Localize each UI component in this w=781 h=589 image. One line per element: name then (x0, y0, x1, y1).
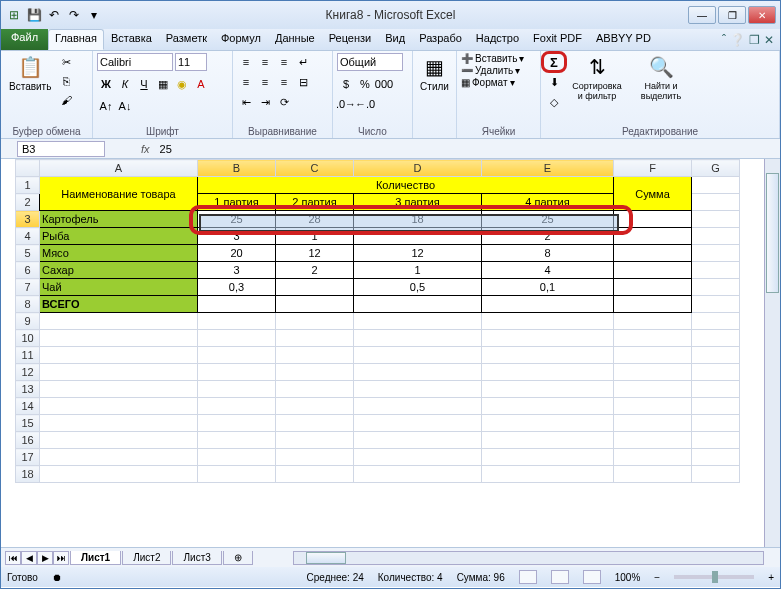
tab-developer[interactable]: Разрабо (412, 29, 469, 50)
fill-button[interactable]: ⬇ (545, 73, 563, 91)
sheet-tab[interactable]: Лист1 (70, 551, 121, 565)
cell[interactable]: 4 партия (482, 194, 614, 211)
close-button[interactable]: ✕ (748, 6, 776, 24)
row-header[interactable]: 12 (16, 364, 40, 381)
cell[interactable] (614, 262, 692, 279)
cell[interactable]: 12 (354, 245, 482, 262)
tab-addins[interactable]: Надстро (469, 29, 526, 50)
cell[interactable] (692, 177, 740, 194)
cell[interactable]: 1 партия (198, 194, 276, 211)
cell[interactable]: 1 (276, 228, 354, 245)
cell[interactable]: 28 (276, 211, 354, 228)
cell[interactable] (198, 296, 276, 313)
cell[interactable] (692, 211, 740, 228)
bold-button[interactable]: Ж (97, 75, 115, 93)
tab-review[interactable]: Рецензи (322, 29, 379, 50)
orientation-icon[interactable]: ⟳ (275, 93, 293, 111)
cell[interactable]: 2 (276, 262, 354, 279)
row-header[interactable]: 16 (16, 432, 40, 449)
col-header-f[interactable]: F (614, 160, 692, 177)
cell[interactable]: 2 (482, 228, 614, 245)
inc-decimal-icon[interactable]: .0→ (337, 95, 355, 113)
currency-icon[interactable]: $ (337, 75, 355, 93)
font-size-combo[interactable]: 11 (175, 53, 207, 71)
col-header-b[interactable]: B (198, 160, 276, 177)
col-header-c[interactable]: C (276, 160, 354, 177)
delete-cells-button[interactable]: ➖Удалить ▾ (461, 65, 536, 76)
minimize-ribbon-icon[interactable]: ˆ (722, 33, 726, 47)
cell[interactable] (276, 296, 354, 313)
cell[interactable] (692, 245, 740, 262)
vertical-scrollbar[interactable] (764, 159, 780, 547)
cell[interactable]: Сахар (40, 262, 198, 279)
view-page-break-button[interactable] (583, 570, 601, 584)
tab-insert[interactable]: Вставка (104, 29, 159, 50)
col-header-e[interactable]: E (482, 160, 614, 177)
qat-more-icon[interactable]: ▾ (85, 6, 103, 24)
row-header[interactable]: 3 (16, 211, 40, 228)
tab-view[interactable]: Вид (378, 29, 412, 50)
cell[interactable] (276, 279, 354, 296)
format-painter-icon[interactable]: 🖌 (57, 91, 75, 109)
cell[interactable]: Количество (198, 177, 614, 194)
paste-button[interactable]: 📋 Вставить (5, 53, 55, 136)
row-header[interactable]: 6 (16, 262, 40, 279)
zoom-in-button[interactable]: + (768, 572, 774, 583)
view-page-layout-button[interactable] (551, 570, 569, 584)
find-select-button[interactable]: 🔍 Найти и выделить (631, 53, 691, 136)
comma-icon[interactable]: 000 (375, 75, 393, 93)
cell[interactable]: 0,3 (198, 279, 276, 296)
cell[interactable]: Мясо (40, 245, 198, 262)
font-color-button[interactable]: A (192, 75, 210, 93)
cell[interactable] (614, 296, 692, 313)
indent-dec-icon[interactable]: ⇤ (237, 93, 255, 111)
cell[interactable]: 20 (198, 245, 276, 262)
cell[interactable] (614, 245, 692, 262)
italic-button[interactable]: К (116, 75, 134, 93)
horizontal-scrollbar[interactable] (293, 551, 764, 565)
row-header[interactable]: 2 (16, 194, 40, 211)
styles-button[interactable]: ▦ Стили (417, 53, 452, 94)
help-icon[interactable]: ❔ (730, 33, 745, 47)
formula-input[interactable]: 25 (156, 142, 780, 156)
align-right-icon[interactable]: ≡ (275, 73, 293, 91)
cell[interactable]: 25 (198, 211, 276, 228)
sheet-tab[interactable]: Лист3 (172, 551, 221, 565)
cell[interactable] (692, 262, 740, 279)
col-header-a[interactable]: A (40, 160, 198, 177)
cell[interactable] (614, 211, 692, 228)
merge-icon[interactable]: ⊟ (294, 73, 312, 91)
align-top-icon[interactable]: ≡ (237, 53, 255, 71)
row-header[interactable]: 7 (16, 279, 40, 296)
cell[interactable]: 0,5 (354, 279, 482, 296)
format-cells-button[interactable]: ▦Формат ▾ (461, 77, 536, 88)
cell[interactable]: 3 (198, 228, 276, 245)
cell[interactable] (692, 296, 740, 313)
cell[interactable] (354, 296, 482, 313)
excel-icon[interactable]: ⊞ (5, 6, 23, 24)
cell[interactable]: Картофель (40, 211, 198, 228)
tab-formulas[interactable]: Формул (214, 29, 268, 50)
cell[interactable]: ВСЕГО (40, 296, 198, 313)
cell[interactable]: Наименование товара (40, 177, 198, 211)
cell[interactable]: 8 (482, 245, 614, 262)
cell[interactable]: 2 партия (276, 194, 354, 211)
tab-nav-last[interactable]: ⏭ (53, 551, 69, 565)
maximize-button[interactable]: ❐ (718, 6, 746, 24)
cell[interactable]: 1 (354, 262, 482, 279)
wrap-text-icon[interactable]: ↵ (294, 53, 312, 71)
cell[interactable] (692, 279, 740, 296)
row-header[interactable]: 4 (16, 228, 40, 245)
cell[interactable]: Чай (40, 279, 198, 296)
percent-icon[interactable]: % (356, 75, 374, 93)
scrollbar-thumb[interactable] (766, 173, 779, 293)
cell[interactable]: Рыба (40, 228, 198, 245)
save-icon[interactable]: 💾 (25, 6, 43, 24)
align-bot-icon[interactable]: ≡ (275, 53, 293, 71)
shrink-font-icon[interactable]: A↓ (116, 97, 134, 115)
row-header[interactable]: 8 (16, 296, 40, 313)
row-header[interactable]: 10 (16, 330, 40, 347)
window-restore-icon[interactable]: ❐ (749, 33, 760, 47)
row-header[interactable]: 14 (16, 398, 40, 415)
row-header[interactable]: 11 (16, 347, 40, 364)
